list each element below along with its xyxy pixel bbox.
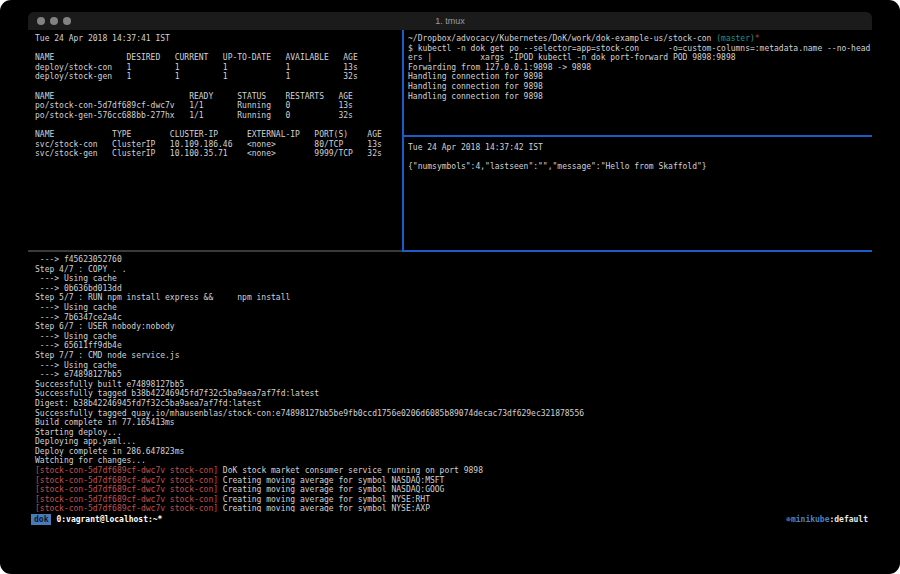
session-badge[interactable]: dok [31, 514, 51, 525]
pane-kubectl-watch[interactable]: Tue 24 Apr 2018 14:37:41 IST NAME DESIRE… [28, 30, 402, 250]
log-message: Creating moving average for symbol NYSE:… [223, 495, 430, 504]
pane-skaffold[interactable]: ---> f45623052760 Step 4/7 : COPY . . --… [28, 252, 872, 512]
zoom-button[interactable] [63, 17, 71, 25]
pane-border-right-horizontal[interactable] [404, 135, 872, 137]
titlebar[interactable]: 1. tmux [28, 12, 872, 30]
pane-border-vertical[interactable] [402, 30, 404, 252]
curl-output-text: Tue 24 Apr 2018 14:37:42 IST {"numsymbol… [408, 143, 872, 172]
git-dirty-flag: * [755, 34, 760, 43]
log-prefix: [stock-con-5d7df689cf-dwc7v stock-con] [35, 504, 218, 512]
tmux-content: Tue 24 Apr 2018 14:37:41 IST NAME DESIRE… [28, 30, 872, 512]
log-message: Creating moving average for symbol NASDA… [223, 476, 445, 485]
tmux-status-bar: dok 0:vagrant@localhost:~* ☸ minikube :d… [28, 512, 872, 527]
build-log: ---> f45623052760 Step 4/7 : COPY . . --… [35, 255, 584, 465]
git-path: ~/Dropbox/advocacy/Kubernetes/DoK/work/d… [408, 34, 716, 43]
log-message: Creating moving average for symbol NASDA… [223, 485, 445, 494]
log-prefix: [stock-con-5d7df689cf-dwc7v stock-con] [35, 485, 218, 494]
kube-context: minikube [791, 515, 830, 524]
log-prefix: [stock-con-5d7df689cf-dwc7v stock-con] [35, 495, 218, 504]
terminal-window: 1. tmux Tue 24 Apr 2018 14:37:41 IST NAM… [28, 12, 872, 527]
skaffold-output: ---> f45623052760 Step 4/7 : COPY . . --… [35, 255, 872, 512]
window-list-item[interactable]: 0:vagrant@localhost:~* [56, 515, 162, 524]
kube-namespace: :default [829, 515, 868, 524]
window-title: 1. tmux [435, 16, 465, 26]
minimize-button[interactable] [50, 17, 58, 25]
log-message: Creating moving average for symbol NYSE:… [223, 504, 430, 512]
screenshot-frame: 1. tmux Tue 24 Apr 2018 14:37:41 IST NAM… [0, 0, 900, 574]
pane-port-forward[interactable]: ~/Dropbox/advocacy/Kubernetes/DoK/work/d… [404, 30, 872, 135]
git-branch: (master) [716, 34, 755, 43]
port-forward-log: $ kubectl -n dok get po --selector=app=s… [408, 44, 870, 101]
kubectl-watch-output: Tue 24 Apr 2018 14:37:41 IST NAME DESIRE… [35, 34, 402, 159]
traffic-lights [37, 17, 71, 25]
log-message: DoK stock market consumer service runnin… [223, 466, 483, 475]
port-forward-output: ~/Dropbox/advocacy/Kubernetes/DoK/work/d… [408, 34, 872, 101]
pane-curl-output[interactable]: Tue 24 Apr 2018 14:37:42 IST {"numsymbol… [404, 137, 872, 250]
log-prefix: [stock-con-5d7df689cf-dwc7v stock-con] [35, 466, 218, 475]
close-button[interactable] [37, 17, 45, 25]
log-prefix: [stock-con-5d7df689cf-dwc7v stock-con] [35, 476, 218, 485]
